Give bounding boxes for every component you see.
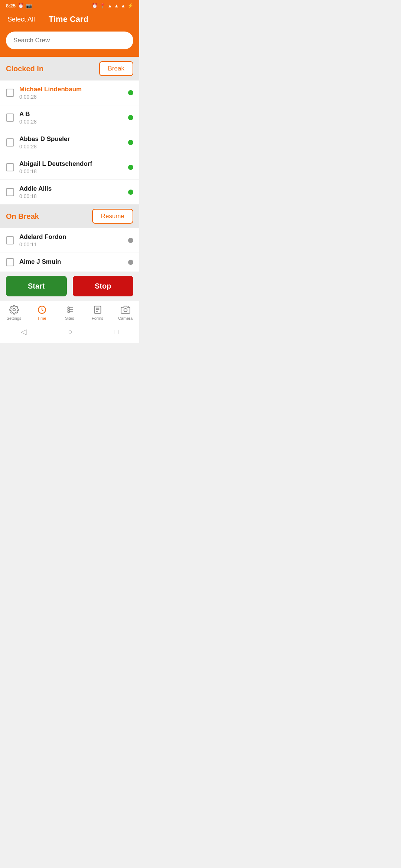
status-indicator [128, 260, 133, 265]
page-title: Time Card [49, 14, 88, 24]
item-info: Michael Lindenbaum 0:00:28 [19, 86, 128, 100]
location-icon: 📍 [100, 3, 105, 9]
clock-icon [37, 305, 47, 315]
svg-point-0 [13, 309, 15, 311]
svg-line-13 [128, 306, 128, 307]
nav-forms[interactable]: Forms [84, 305, 111, 320]
svg-point-2 [68, 307, 69, 308]
employee-time: 0:00:28 [19, 144, 128, 149]
list-item[interactable]: Adelard Fordon 0:00:11 [0, 228, 139, 253]
nav-time[interactable]: Time [28, 305, 56, 320]
employee-name: Abigail L Deutschendorf [19, 160, 128, 168]
item-info: Addie Allis 0:00:18 [19, 185, 128, 199]
start-button[interactable]: Start [6, 276, 67, 296]
nav-settings-label: Settings [7, 316, 22, 320]
recents-button[interactable]: □ [114, 328, 118, 336]
system-nav: ◁ ○ □ [0, 323, 139, 343]
list-item[interactable]: Addie Allis 0:00:18 [0, 180, 139, 204]
clipboard-icon [93, 305, 102, 315]
select-all-button[interactable]: Select All [7, 16, 35, 23]
checkbox-aime[interactable] [6, 258, 14, 266]
signal2-icon: ▲ [121, 3, 125, 9]
checkbox-abigail[interactable] [6, 163, 14, 171]
employee-name: Adelard Fordon [19, 233, 128, 241]
header: Select All Time Card [0, 10, 139, 32]
sites-icon [65, 305, 75, 315]
stop-button[interactable]: Stop [73, 276, 134, 296]
signal1-icon: ▲ [114, 3, 119, 9]
on-break-section-header: On Break Resume [0, 204, 139, 228]
nav-sites[interactable]: Sites [56, 305, 84, 320]
nav-forms-label: Forms [92, 316, 103, 320]
item-info: Abbas D Spueler 0:00:28 [19, 135, 128, 149]
item-info: Abigail L Deutschendorf 0:00:18 [19, 160, 128, 174]
break-button[interactable]: Break [99, 61, 133, 76]
bottom-nav: Settings Time Sites Forms [0, 301, 139, 323]
status-indicator [128, 190, 133, 195]
search-input[interactable] [6, 32, 133, 49]
employee-name: Michael Lindenbaum [19, 86, 128, 93]
employee-time: 0:00:28 [19, 119, 128, 125]
employee-time: 0:00:11 [19, 241, 128, 247]
camera-status-icon: 📷 [26, 3, 32, 9]
employee-name: Abbas D Spueler [19, 135, 128, 143]
search-container [0, 32, 139, 57]
item-info: A B 0:00:28 [19, 111, 128, 125]
clocked-in-label: Clocked In [6, 65, 43, 73]
on-break-list: Adelard Fordon 0:00:11 Aime J Smuin [0, 228, 139, 272]
employee-name: Addie Allis [19, 185, 128, 193]
list-item[interactable]: Michael Lindenbaum 0:00:28 [0, 80, 139, 105]
home-button[interactable]: ○ [68, 328, 72, 336]
action-buttons: Start Stop [0, 272, 139, 301]
status-indicator [128, 140, 133, 145]
camera-icon [121, 305, 130, 315]
list-item[interactable]: A B 0:00:28 [0, 105, 139, 130]
alarm-icon: ⏰ [92, 3, 98, 9]
clocked-in-list: Michael Lindenbaum 0:00:28 A B 0:00:28 A… [0, 80, 139, 204]
status-indicator [128, 238, 133, 243]
back-button[interactable]: ◁ [21, 327, 26, 336]
status-time: 8:25 [6, 3, 16, 9]
status-indicator [128, 90, 133, 95]
checkbox-ab[interactable] [6, 114, 14, 122]
employee-time: 0:00:28 [19, 94, 128, 100]
svg-point-6 [68, 311, 69, 312]
nav-time-label: Time [37, 316, 46, 320]
checkbox-adelard[interactable] [6, 236, 14, 244]
employee-name: A B [19, 111, 128, 118]
employee-time: 0:00:18 [19, 168, 128, 174]
gear-icon [9, 305, 19, 315]
list-item[interactable]: Abbas D Spueler 0:00:28 [0, 130, 139, 155]
status-bar: 8:25 ⏰ 📷 ⏰ 📍 ▲ ▲ ▲ ⚡ [0, 0, 139, 10]
employee-name: Aime J Smuin [19, 258, 128, 266]
status-icons: ⏰ 📍 ▲ ▲ ▲ ⚡ [92, 3, 133, 9]
on-break-label: On Break [6, 212, 39, 221]
status-indicator [128, 165, 133, 170]
status-indicator [128, 115, 133, 120]
nav-sites-label: Sites [65, 316, 74, 320]
nav-camera[interactable]: Camera [111, 305, 139, 320]
clocked-in-section-header: Clocked In Break [0, 57, 139, 80]
battery-icon: ⚡ [127, 3, 133, 9]
list-item[interactable]: Abigail L Deutschendorf 0:00:18 [0, 155, 139, 180]
checkbox-abbas[interactable] [6, 138, 14, 147]
wifi-icon: ▲ [107, 3, 112, 9]
checkbox-michael[interactable] [6, 89, 14, 97]
item-info: Adelard Fordon 0:00:11 [19, 233, 128, 247]
resume-button[interactable]: Resume [92, 209, 133, 224]
item-info: Aime J Smuin [19, 258, 128, 266]
checkbox-addie[interactable] [6, 188, 14, 196]
notification-icon: ⏰ [18, 3, 24, 9]
svg-point-4 [68, 309, 69, 310]
employee-time: 0:00:18 [19, 193, 128, 199]
nav-settings[interactable]: Settings [0, 305, 28, 320]
nav-camera-label: Camera [118, 316, 133, 320]
svg-point-12 [124, 309, 127, 312]
list-item[interactable]: Aime J Smuin [0, 253, 139, 272]
